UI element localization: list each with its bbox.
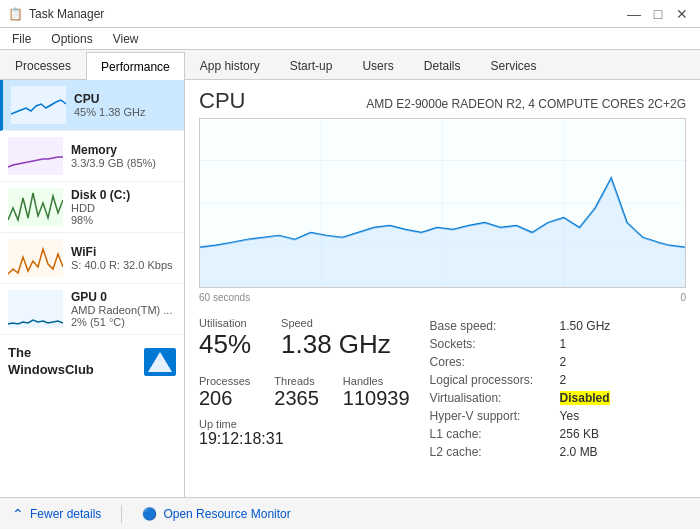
disk-pct: 98% xyxy=(71,214,176,226)
handles-label: Handles xyxy=(343,375,410,387)
info-row-sockets: Sockets: 1 xyxy=(430,335,686,353)
tab-services[interactable]: Services xyxy=(475,51,551,79)
info-table: Base speed: 1.50 GHz Sockets: 1 Cores: 2… xyxy=(430,317,686,461)
logical-value: 2 xyxy=(560,371,686,389)
threads-label: Threads xyxy=(274,375,319,387)
info-row-l1cache: L1 cache: 256 KB xyxy=(430,425,686,443)
cpu-header: CPU AMD E2-9000e RADEON R2, 4 COMPUTE CO… xyxy=(199,88,686,114)
logo-icon xyxy=(144,348,176,376)
svg-rect-1 xyxy=(8,137,63,175)
cpu-name: CPU xyxy=(74,92,176,106)
proc-row: Processes 206 Threads 2365 Handles 11093… xyxy=(199,375,410,410)
cpu-chart: % Utilisation 100% 0 xyxy=(199,118,686,288)
sidebar-item-disk[interactable]: Disk 0 (C:) HDD 98% xyxy=(0,182,184,233)
memory-stats: 3.3/3.9 GB (85%) xyxy=(71,157,176,169)
l1-label: L1 cache: xyxy=(430,425,560,443)
chevron-up-icon: ⌃ xyxy=(12,506,24,522)
tab-app-history[interactable]: App history xyxy=(185,51,275,79)
disk-mini-chart xyxy=(8,188,63,226)
cores-value: 2 xyxy=(560,353,686,371)
monitor-icon: 🔵 xyxy=(142,507,157,521)
gpu-sub: AMD Radeon(TM) ... xyxy=(71,304,176,316)
tab-users[interactable]: Users xyxy=(347,51,408,79)
info-row-virtualisation: Virtualisation: Disabled xyxy=(430,389,686,407)
wifi-stats: S: 40.0 R: 32.0 Kbps xyxy=(71,259,176,271)
wifi-mini-chart xyxy=(8,239,63,277)
speed-label: Speed xyxy=(281,317,391,329)
l2-value: 2.0 MB xyxy=(560,443,686,461)
tab-processes[interactable]: Processes xyxy=(0,51,86,79)
bottom-divider xyxy=(121,505,122,523)
uptime-label: Up time xyxy=(199,418,410,430)
sidebar-item-gpu[interactable]: GPU 0 AMD Radeon(TM) ... 2% (51 °C) xyxy=(0,284,184,335)
open-resource-monitor-label: Open Resource Monitor xyxy=(163,507,290,521)
app-title: Task Manager xyxy=(29,7,104,21)
title-bar: 📋 Task Manager — □ ✕ xyxy=(0,0,700,28)
sidebar: CPU 45% 1.38 GHz Memory 3.3/3.9 GB (85%) xyxy=(0,80,185,497)
virtualisation-label: Virtualisation: xyxy=(430,389,560,407)
wifi-name: WiFi xyxy=(71,245,176,259)
processes-label: Processes xyxy=(199,375,250,387)
app-icon: 📋 xyxy=(8,7,23,21)
logical-label: Logical processors: xyxy=(430,371,560,389)
gpu-pct: 2% (51 °C) xyxy=(71,316,176,328)
logo-line2: WindowsClub xyxy=(8,362,94,379)
cores-label: Cores: xyxy=(430,353,560,371)
menu-options[interactable]: Options xyxy=(47,30,96,48)
cpu-stats: 45% 1.38 GHz xyxy=(74,106,176,118)
cpu-model: AMD E2-9000e RADEON R2, 4 COMPUTE CORES … xyxy=(366,97,686,111)
disk-name: Disk 0 (C:) xyxy=(71,188,176,202)
threads-value: 2365 xyxy=(274,387,319,410)
cpu-mini-chart xyxy=(11,86,66,124)
sidebar-item-wifi[interactable]: WiFi S: 40.0 R: 32.0 Kbps xyxy=(0,233,184,284)
handles-value: 110939 xyxy=(343,387,410,410)
hyperv-label: Hyper-V support: xyxy=(430,407,560,425)
bottom-bar: ⌃ Fewer details 🔵 Open Resource Monitor xyxy=(0,497,700,529)
hyperv-value: Yes xyxy=(560,407,686,425)
utilisation-value: 45% xyxy=(199,330,251,359)
cpu-panel-title: CPU xyxy=(199,88,245,114)
sockets-value: 1 xyxy=(560,335,686,353)
base-speed-label: Base speed: xyxy=(430,317,560,335)
info-row-hyperv: Hyper-V support: Yes xyxy=(430,407,686,425)
utilisation-label: Utilisation xyxy=(199,317,251,329)
open-resource-monitor-button[interactable]: 🔵 Open Resource Monitor xyxy=(142,507,290,521)
memory-mini-chart xyxy=(8,137,63,175)
gpu-mini-chart xyxy=(8,290,63,328)
maximize-button[interactable]: □ xyxy=(648,4,668,24)
memory-name: Memory xyxy=(71,143,176,157)
sockets-label: Sockets: xyxy=(430,335,560,353)
tab-details[interactable]: Details xyxy=(409,51,476,79)
stats-row: Utilisation 45% Speed 1.38 GHz Processes… xyxy=(199,317,686,461)
speed-value: 1.38 GHz xyxy=(281,330,391,359)
sidebar-item-cpu[interactable]: CPU 45% 1.38 GHz xyxy=(0,80,184,131)
main-content: CPU 45% 1.38 GHz Memory 3.3/3.9 GB (85%) xyxy=(0,80,700,497)
disk-sub: HDD xyxy=(71,202,176,214)
chart-seconds-label: 60 seconds xyxy=(199,292,250,303)
fewer-details-label: Fewer details xyxy=(30,507,101,521)
l2-label: L2 cache: xyxy=(430,443,560,461)
sidebar-item-memory[interactable]: Memory 3.3/3.9 GB (85%) xyxy=(0,131,184,182)
info-row-basespeed: Base speed: 1.50 GHz xyxy=(430,317,686,335)
info-row-cores: Cores: 2 xyxy=(430,353,686,371)
processes-value: 206 xyxy=(199,387,250,410)
virtualisation-value: Disabled xyxy=(560,389,686,407)
menu-file[interactable]: File xyxy=(8,30,35,48)
menu-bar: File Options View xyxy=(0,28,700,50)
chart-zero-label: 0 xyxy=(680,292,686,303)
tab-performance[interactable]: Performance xyxy=(86,52,185,80)
tab-startup[interactable]: Start-up xyxy=(275,51,348,79)
logo-area: The WindowsClub xyxy=(0,335,184,387)
logo-line1: The xyxy=(8,345,94,362)
tab-bar: Processes Performance App history Start-… xyxy=(0,50,700,80)
menu-view[interactable]: View xyxy=(109,30,143,48)
l1-value: 256 KB xyxy=(560,425,686,443)
base-speed-value: 1.50 GHz xyxy=(560,317,686,335)
fewer-details-button[interactable]: ⌃ Fewer details xyxy=(12,506,101,522)
uptime-value: 19:12:18:31 xyxy=(199,430,410,448)
info-row-logical: Logical processors: 2 xyxy=(430,371,686,389)
minimize-button[interactable]: — xyxy=(624,4,644,24)
close-button[interactable]: ✕ xyxy=(672,4,692,24)
info-row-l2cache: L2 cache: 2.0 MB xyxy=(430,443,686,461)
right-panel: CPU AMD E2-9000e RADEON R2, 4 COMPUTE CO… xyxy=(185,80,700,497)
